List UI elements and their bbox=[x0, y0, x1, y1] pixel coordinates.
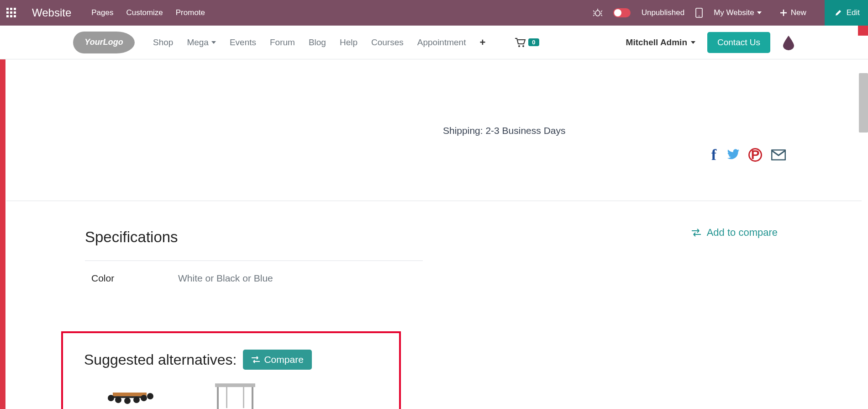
svg-point-26 bbox=[124, 398, 131, 404]
svg-point-9 bbox=[595, 11, 600, 16]
overflow-indicator-right bbox=[858, 26, 868, 36]
product-thumbnail bbox=[210, 382, 260, 409]
svg-point-25 bbox=[115, 397, 121, 403]
twitter-icon[interactable] bbox=[726, 149, 739, 161]
svg-rect-3 bbox=[6, 11, 9, 14]
svg-line-14 bbox=[601, 15, 602, 16]
website-switcher[interactable]: My Website bbox=[714, 8, 762, 17]
add-menu-item-icon[interactable]: + bbox=[479, 37, 485, 48]
svg-rect-34 bbox=[243, 387, 244, 408]
nav-events[interactable]: Events bbox=[230, 37, 256, 48]
mobile-preview-icon[interactable] bbox=[695, 8, 703, 18]
plus-icon bbox=[780, 9, 787, 16]
theme-droplet[interactable] bbox=[782, 35, 795, 50]
apps-grid-icon[interactable] bbox=[6, 8, 16, 18]
email-icon[interactable] bbox=[771, 149, 786, 160]
alternatives-header: Suggested alternatives: Compare bbox=[63, 333, 399, 370]
edit-button[interactable]: Edit bbox=[825, 0, 868, 26]
cart-icon bbox=[515, 37, 526, 48]
user-menu[interactable]: Mitchell Admin bbox=[626, 37, 695, 48]
svg-point-18 bbox=[699, 16, 700, 16]
chevron-down-icon bbox=[691, 41, 695, 44]
cart-count-badge: 0 bbox=[528, 38, 539, 46]
overflow-indicator-left bbox=[0, 59, 5, 409]
svg-rect-8 bbox=[14, 15, 16, 17]
svg-rect-30 bbox=[215, 383, 255, 387]
nav-courses[interactable]: Courses bbox=[371, 37, 404, 48]
alternative-item[interactable]: Large Meeting Table bbox=[90, 382, 169, 409]
svg-point-19 bbox=[518, 45, 520, 47]
specifications-heading: Specifications bbox=[85, 228, 178, 246]
compare-button[interactable]: Compare bbox=[243, 350, 311, 370]
customize-menu[interactable]: Customize bbox=[125, 6, 163, 19]
vertical-scrollbar[interactable] bbox=[859, 73, 868, 133]
add-to-compare-link[interactable]: Add to compare bbox=[691, 227, 778, 239]
svg-rect-6 bbox=[6, 15, 9, 17]
chevron-down-icon bbox=[757, 11, 762, 14]
specifications-table: Color White or Black or Blue bbox=[85, 260, 423, 287]
spec-key: Color bbox=[91, 273, 178, 284]
svg-rect-33 bbox=[226, 387, 227, 408]
alternatives-title: Suggested alternatives: bbox=[84, 351, 237, 368]
svg-point-27 bbox=[133, 397, 140, 403]
nav-shop[interactable]: Shop bbox=[153, 37, 173, 48]
nav-blog[interactable]: Blog bbox=[309, 37, 326, 48]
topbar-right: Unpublished My Website New Edit bbox=[593, 0, 868, 26]
exchange-icon bbox=[251, 356, 260, 363]
facebook-icon[interactable]: f bbox=[711, 146, 716, 164]
spec-value: White or Black or Blue bbox=[178, 273, 273, 284]
spec-row: Color White or Black or Blue bbox=[85, 269, 423, 287]
svg-line-12 bbox=[601, 11, 602, 12]
contact-us-button[interactable]: Contact Us bbox=[707, 32, 770, 53]
user-menu-label: Mitchell Admin bbox=[626, 37, 687, 48]
publish-toggle[interactable] bbox=[613, 8, 631, 17]
site-nav: Shop Mega Events Forum Blog Help Courses… bbox=[153, 37, 539, 48]
social-share-row: f P bbox=[711, 146, 786, 164]
nav-help[interactable]: Help bbox=[340, 37, 358, 48]
svg-rect-22 bbox=[113, 393, 147, 396]
site-logo[interactable]: YourLogo bbox=[73, 32, 135, 53]
nav-mega[interactable]: Mega bbox=[187, 37, 216, 48]
droplet-icon bbox=[782, 35, 795, 50]
svg-rect-32 bbox=[252, 387, 253, 409]
svg-rect-7 bbox=[10, 15, 12, 17]
svg-rect-5 bbox=[14, 11, 16, 14]
alternatives-list: Large Meeting Table Table bbox=[63, 370, 399, 409]
edit-button-label: Edit bbox=[847, 8, 860, 17]
product-thumbnail bbox=[105, 382, 155, 409]
section-divider bbox=[6, 201, 862, 201]
nav-forum[interactable]: Forum bbox=[270, 37, 295, 48]
promote-menu[interactable]: Promote bbox=[175, 6, 206, 19]
svg-point-28 bbox=[141, 395, 147, 401]
add-to-compare-label: Add to compare bbox=[707, 227, 778, 239]
exchange-icon bbox=[691, 228, 701, 237]
app-title[interactable]: Website bbox=[32, 6, 71, 19]
website-navbar: YourLogo Shop Mega Events Forum Blog Hel… bbox=[0, 26, 868, 59]
pages-menu[interactable]: Pages bbox=[90, 6, 114, 19]
compare-button-label: Compare bbox=[264, 354, 303, 365]
cart-button[interactable]: 0 bbox=[515, 37, 539, 48]
nav-appointment[interactable]: Appointment bbox=[417, 37, 466, 48]
editor-topbar: Website Pages Customize Promote Unpublis… bbox=[0, 0, 868, 26]
svg-rect-4 bbox=[10, 11, 12, 14]
new-button[interactable]: New bbox=[773, 0, 814, 26]
spec-divider bbox=[85, 260, 423, 261]
svg-rect-31 bbox=[217, 387, 219, 409]
website-switcher-label: My Website bbox=[714, 8, 754, 17]
nav-mega-label: Mega bbox=[187, 37, 209, 48]
topbar-left: Website Pages Customize Promote bbox=[0, 6, 206, 19]
new-button-label: New bbox=[791, 8, 806, 17]
bug-icon[interactable] bbox=[593, 8, 602, 17]
svg-line-11 bbox=[593, 11, 594, 12]
svg-point-20 bbox=[522, 45, 524, 47]
alternative-item[interactable]: Table bbox=[210, 382, 260, 409]
publish-status-label: Unpublished bbox=[642, 8, 685, 17]
pinterest-icon[interactable]: P bbox=[748, 148, 762, 162]
svg-rect-0 bbox=[6, 8, 9, 10]
svg-rect-2 bbox=[14, 8, 16, 10]
site-logo-text: YourLogo bbox=[84, 37, 123, 47]
svg-point-24 bbox=[108, 395, 114, 401]
shipping-info: Shipping: 2-3 Business Days bbox=[443, 125, 565, 136]
chevron-down-icon bbox=[211, 41, 216, 44]
site-nav-right: Mitchell Admin Contact Us bbox=[626, 32, 795, 53]
